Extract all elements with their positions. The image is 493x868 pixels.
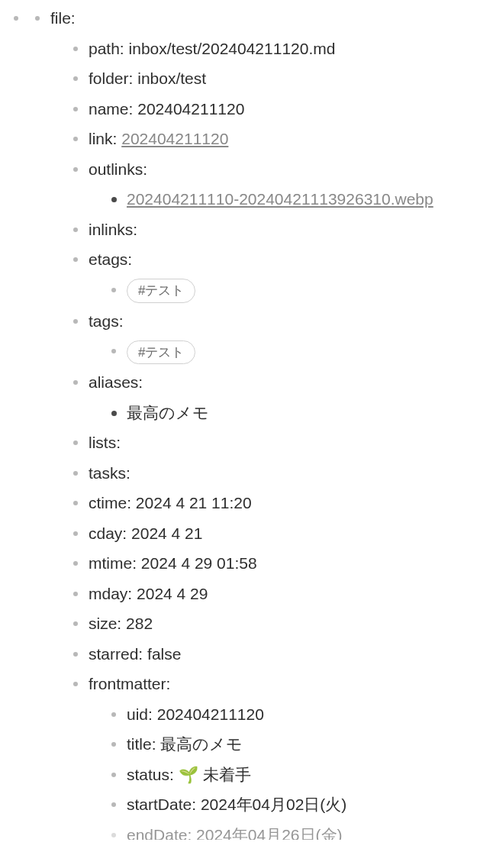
aliases-value: 最高のメモ xyxy=(127,404,209,421)
bullet-solid-icon xyxy=(111,197,117,202)
fm-startdate-value: 2024年04月02日(火) xyxy=(201,795,346,813)
cday-row: cday: 2024 4 21 xyxy=(67,521,485,546)
bullet-icon xyxy=(73,319,78,324)
bullet-icon xyxy=(73,440,78,445)
tasks-row: tasks: xyxy=(67,461,485,486)
bullet-icon xyxy=(73,652,78,657)
lists-label: lists: xyxy=(89,434,121,451)
file-node: file: path: inbox/test/202404211120.md f… xyxy=(29,6,485,840)
name-value: 202404211120 xyxy=(137,100,244,118)
file-label: file: xyxy=(50,9,76,27)
bullet-icon xyxy=(73,592,78,596)
tag-pill[interactable]: #テスト xyxy=(127,340,195,365)
fm-startdate-row: startDate: 2024年04月02日(火) xyxy=(105,792,485,817)
bullet-icon xyxy=(73,76,78,81)
bullet-icon xyxy=(111,802,116,807)
tasks-label: tasks: xyxy=(89,464,130,482)
bullet-icon xyxy=(73,501,78,505)
path-row: path: inbox/test/202404211120.md xyxy=(67,37,485,61)
aliases-label: aliases: xyxy=(89,373,143,391)
frontmatter-label: frontmatter: xyxy=(89,675,170,692)
tag-pill[interactable]: #テスト xyxy=(127,279,195,303)
inlinks-label: inlinks: xyxy=(89,221,137,238)
inlinks-row: inlinks: xyxy=(67,218,485,242)
fm-startdate-label: startDate: xyxy=(127,795,196,813)
starred-row: starred: false xyxy=(67,642,485,666)
fm-uid-value: 202404211120 xyxy=(157,705,264,723)
aliases-row: aliases: 最高のメモ xyxy=(67,370,485,424)
fm-title-label: title: xyxy=(127,735,156,753)
fm-title-value: 最高のメモ xyxy=(160,735,243,753)
ctime-label: ctime: xyxy=(89,494,131,511)
mtime-value: 2024 4 29 01:58 xyxy=(141,554,257,572)
bullet-icon xyxy=(111,742,116,747)
starred-label: starred: xyxy=(89,645,143,663)
bullet-icon xyxy=(73,682,78,686)
tags-label: tags: xyxy=(89,312,124,330)
bullet-icon xyxy=(111,288,116,292)
name-label: name: xyxy=(89,100,133,118)
bullet-icon xyxy=(73,137,78,141)
etags-row: etags: #テスト xyxy=(67,247,485,303)
outlinks-row: outlinks: 202404211110-20240421113926310… xyxy=(67,157,485,211)
outer-item: file: path: inbox/test/202404211120.md f… xyxy=(8,6,485,840)
fm-status-value: 🌱 未着手 xyxy=(179,766,251,783)
fm-uid-row: uid: 202404211120 xyxy=(105,702,485,727)
link-label: link: xyxy=(89,130,117,147)
link-row: link: 202404211120 xyxy=(67,127,485,151)
mday-row: mday: 2024 4 29 xyxy=(67,582,485,606)
bullet-icon xyxy=(73,531,78,536)
lists-row: lists: xyxy=(67,431,485,455)
bullet-icon xyxy=(73,380,78,385)
bullet-icon xyxy=(111,773,116,777)
path-label: path: xyxy=(89,40,124,57)
fm-enddate-label: endDate: xyxy=(127,826,192,840)
mtime-row: mtime: 2024 4 29 01:58 xyxy=(67,551,485,576)
mday-label: mday: xyxy=(89,585,132,602)
ctime-row: ctime: 2024 4 21 11:20 xyxy=(67,491,485,515)
bullet-icon xyxy=(35,16,40,21)
size-label: size: xyxy=(89,615,121,632)
outlinks-value[interactable]: 202404211110-20240421113926310.webp xyxy=(127,190,433,208)
size-value: 282 xyxy=(126,615,153,632)
ctime-value: 2024 4 21 11:20 xyxy=(136,494,252,511)
etags-label: etags: xyxy=(89,250,132,268)
starred-value: false xyxy=(147,645,181,663)
outer-list: file: path: inbox/test/202404211120.md f… xyxy=(8,6,485,840)
bullet-solid-icon xyxy=(111,411,117,416)
aliases-item: 最高のメモ xyxy=(105,401,485,425)
bullet-icon xyxy=(73,47,78,51)
fm-status-label: status: xyxy=(127,766,174,783)
folder-row: folder: inbox/test xyxy=(67,66,485,91)
etags-item: #テスト xyxy=(105,278,485,303)
tags-item: #テスト xyxy=(105,339,485,364)
fm-enddate-value: 2024年04月26日(金) xyxy=(196,826,342,840)
bullet-icon xyxy=(73,561,78,566)
tags-row: tags: #テスト xyxy=(67,309,485,365)
bullet-icon xyxy=(73,167,78,172)
bullet-icon xyxy=(14,16,18,21)
fm-enddate-row: endDate: 2024年04月26日(金) xyxy=(105,823,485,840)
fm-status-row: status: 🌱 未着手 xyxy=(105,763,485,787)
cday-label: cday: xyxy=(89,524,127,542)
size-row: size: 282 xyxy=(67,611,485,636)
fm-uid-label: uid: xyxy=(127,705,153,723)
bullet-icon xyxy=(111,833,116,837)
bullet-icon xyxy=(73,471,78,476)
frontmatter-row: frontmatter: uid: 202404211120 title: 最高… xyxy=(67,672,485,840)
mday-value: 2024 4 29 xyxy=(137,585,208,602)
folder-value: inbox/test xyxy=(137,69,206,87)
name-row: name: 202404211120 xyxy=(67,97,485,121)
bullet-icon xyxy=(73,257,78,262)
bullet-icon xyxy=(73,227,78,232)
fm-title-row: title: 最高のメモ xyxy=(105,732,485,757)
link-value[interactable]: 202404211120 xyxy=(121,130,228,147)
bullet-icon xyxy=(111,349,116,353)
bullet-icon xyxy=(111,712,116,717)
bullet-icon xyxy=(73,621,78,626)
bullet-icon xyxy=(73,107,78,111)
path-value: inbox/test/202404211120.md xyxy=(129,40,336,57)
cday-value: 2024 4 21 xyxy=(131,524,202,542)
folder-label: folder: xyxy=(89,69,133,87)
mtime-label: mtime: xyxy=(89,554,137,572)
